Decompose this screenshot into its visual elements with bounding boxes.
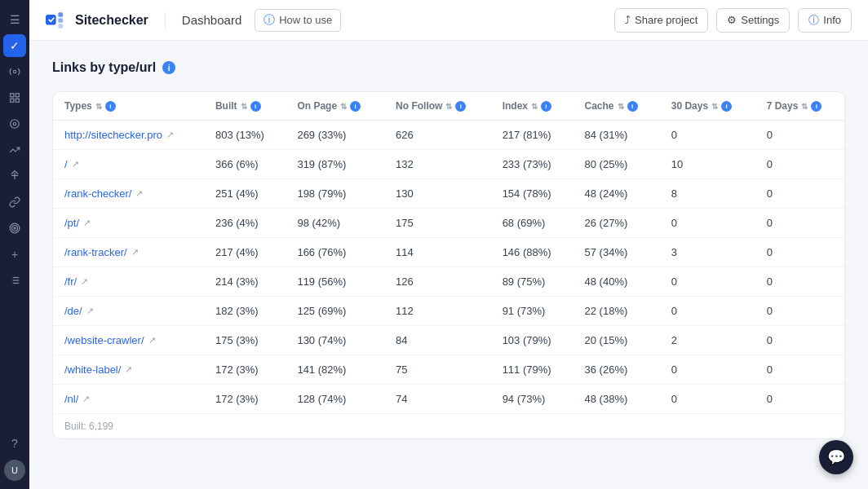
index-sort-icon[interactable]: ⇅ [531,102,538,111]
how-to-button[interactable]: ⓘ How to use [255,9,341,32]
cell-type-7[interactable]: /website-crawler/↗ [53,326,204,355]
cell-type-6[interactable]: /de/↗ [53,297,204,326]
sidebar-icon-circle[interactable] [3,112,26,135]
cache-info-icon[interactable]: i [627,101,638,112]
share-icon: ⤴ [625,14,631,26]
ext-link-icon: ↗ [81,276,88,287]
sidebar: ☰ ✓ + ? U [0,0,29,489]
svg-point-11 [14,227,16,229]
cell-index-8: 111 (79%) [491,355,574,385]
cell-type-1[interactable]: /↗ [53,150,204,179]
ext-link-icon: ↗ [86,306,94,316]
cell-days_30-7: 2 [660,326,755,355]
cell-days_30-2: 8 [660,179,755,209]
sidebar-avatar[interactable]: U [4,460,25,481]
sidebar-icon-tools[interactable] [3,60,26,83]
info-button[interactable]: ⓘ Info [798,8,852,33]
sidebar-icon-menu[interactable]: ☰ [3,8,26,31]
ext-link-icon: ↗ [83,218,91,228]
cell-cache-9: 48 (38%) [574,385,660,414]
settings-button[interactable]: ⚙ Settings [716,8,790,33]
cell-type-9[interactable]: /nl/↗ [53,385,204,414]
table-row: /pt/↗236 (4%)98 (42%)17568 (69%)26 (27%)… [53,209,844,238]
cell-type-5[interactable]: /fr/↗ [53,267,204,297]
cell-index-1: 233 (73%) [491,150,574,179]
cell-built-5: 214 (3%) [204,267,286,297]
cell-no_follow-0: 626 [384,121,491,150]
cell-index-2: 154 (78%) [491,179,574,209]
built-sort-icon[interactable]: ⇅ [241,102,247,111]
main-area: Sitechecker Dashboard ⓘ How to use ⤴ Sha… [29,0,868,489]
cell-type-3[interactable]: /pt/↗ [53,209,204,238]
cell-type-4[interactable]: /rank-tracker/↗ [53,238,204,267]
share-project-button[interactable]: ⤴ Share project [614,8,708,33]
cell-days_7-0: 0 [755,121,844,150]
cell-type-2[interactable]: /rank-checker/↗ [53,179,204,209]
cell-index-3: 68 (69%) [491,209,574,238]
col-on-page: On Page ⇅ i [286,92,384,121]
cell-cache-4: 57 (34%) [574,238,660,267]
days7-sort-icon[interactable]: ⇅ [801,102,808,111]
content-area: Links by type/url i Types ⇅ i [29,41,868,489]
ext-link-icon: ↗ [72,159,79,170]
table-row: /rank-checker/↗251 (4%)198 (79%)130154 (… [53,179,844,209]
cell-days_7-7: 0 [755,326,844,355]
col-cache: Cache ⇅ i [574,92,660,121]
cell-built-0: 803 (13%) [204,121,286,150]
type-sort-icon[interactable]: ⇅ [95,102,102,111]
col-index: Index ⇅ i [491,92,574,121]
nofollow-info-icon[interactable]: i [455,101,466,112]
onpage-sort-icon[interactable]: ⇅ [340,102,347,111]
ext-link-icon: ↗ [166,130,174,140]
table-row: http://sitechecker.pro↗803 (13%)269 (33%… [53,121,844,150]
topbar-divider [165,12,166,29]
cell-days_7-5: 0 [755,267,844,297]
days30-sort-icon[interactable]: ⇅ [711,102,718,111]
sidebar-icon-sort[interactable] [3,165,26,187]
sidebar-icon-list[interactable] [3,269,26,292]
links-table-wrapper: Types ⇅ i Built ⇅ i [52,91,845,439]
cell-index-9: 94 (73%) [491,385,574,414]
cell-no_follow-1: 132 [384,150,491,179]
sidebar-icon-plus[interactable]: + [3,243,26,266]
section-title: Links by type/url [52,60,156,75]
question-circle-icon: ⓘ [264,13,275,28]
cell-no_follow-9: 74 [384,385,491,414]
links-table: Types ⇅ i Built ⇅ i [53,92,844,413]
onpage-info-icon[interactable]: i [350,101,361,112]
cache-sort-icon[interactable]: ⇅ [618,102,624,111]
type-info-icon[interactable]: i [105,101,116,112]
sidebar-icon-check[interactable]: ✓ [3,34,26,57]
sidebar-icon-question[interactable]: ? [3,432,26,455]
chat-bubble[interactable]: 💬 [819,440,853,474]
cell-cache-8: 36 (26%) [574,355,660,385]
cell-index-5: 89 (75%) [491,267,574,297]
cell-type-8[interactable]: /white-label/↗ [53,355,204,385]
built-info-icon[interactable]: i [250,101,261,112]
cell-index-0: 217 (81%) [491,121,574,150]
cell-days_30-0: 0 [660,121,755,150]
sidebar-icon-grid[interactable] [3,86,26,109]
index-info-icon[interactable]: i [541,101,551,112]
sidebar-icon-link[interactable] [3,191,26,214]
cell-cache-2: 48 (24%) [574,179,660,209]
cell-days_30-1: 10 [660,150,755,179]
cell-index-6: 91 (73%) [491,297,574,326]
cell-days_7-9: 0 [755,385,844,414]
section-header: Links by type/url i [52,60,845,75]
cell-days_7-4: 0 [755,238,844,267]
cell-no_follow-3: 175 [384,209,491,238]
days30-info-icon[interactable]: i [721,101,732,112]
svg-rect-3 [11,99,14,102]
days7-info-icon[interactable]: i [811,101,822,112]
cell-cache-0: 84 (31%) [574,121,660,150]
logo: Sitechecker [46,12,148,29]
cell-on_page-8: 141 (82%) [286,355,384,385]
sidebar-icon-target[interactable] [3,217,26,240]
section-info-dot[interactable]: i [162,61,175,74]
cell-type-0[interactable]: http://sitechecker.pro↗ [53,121,204,150]
sidebar-icon-trending[interactable] [3,139,26,161]
nofollow-sort-icon[interactable]: ⇅ [445,102,452,111]
cell-no_follow-5: 126 [384,267,491,297]
cell-on_page-2: 198 (79%) [286,179,384,209]
